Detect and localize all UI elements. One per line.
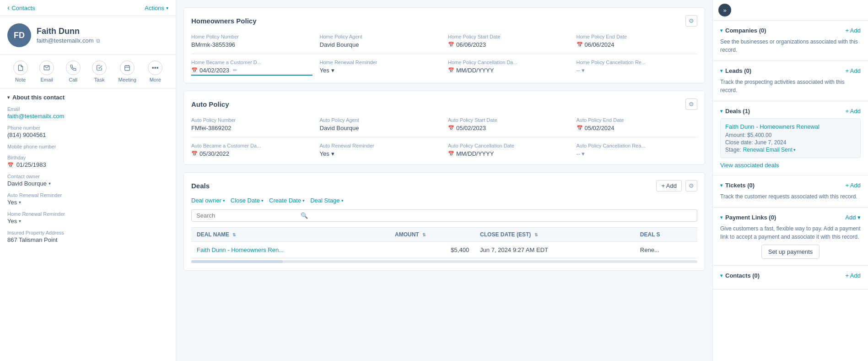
meeting-button[interactable]: Meeting <box>119 60 136 82</box>
payment-links-add-link[interactable]: Add ▾ <box>845 214 861 221</box>
deal-right-card: Faith Dunn - Homeowners Renewal Amount: … <box>720 118 861 158</box>
contact-owner-field: Contact owner David Bourque ▾ <box>7 174 168 187</box>
deals-search-input[interactable] <box>196 212 297 219</box>
create-date-filter[interactable]: Create Date <box>269 197 305 204</box>
task-label: Task <box>94 77 105 82</box>
contact-owner-dropdown-icon[interactable]: ▾ <box>49 181 51 186</box>
auto-became-customer-label: Auto Became a Customer Da... <box>191 143 313 148</box>
note-button[interactable]: Note <box>13 60 28 82</box>
col-amount[interactable]: AMOUNT ⇅ <box>389 228 474 242</box>
avatar: FD <box>7 23 31 47</box>
table-row: Faith Dunn - Homeowners Ren... $5,400 Ju… <box>191 242 697 258</box>
deals-title-controls: + Add ⚙ <box>656 180 697 191</box>
task-icon <box>92 60 107 75</box>
home-renewal-dropdown-icon[interactable]: ▾ <box>19 219 21 224</box>
email-button[interactable]: Email <box>39 60 54 82</box>
home-policy-end-value: 📅 06/06/2024 <box>577 41 698 48</box>
home-renewal-field: Home Renewal Reminder Yes ▾ <box>7 211 168 224</box>
deal-right-card-name[interactable]: Faith Dunn - Homeowners Renewal <box>725 123 856 130</box>
auto-cancel-reason-dropdown-icon[interactable]: ▾ <box>582 150 585 157</box>
companies-add-link[interactable]: + Add <box>845 27 861 34</box>
companies-chevron-icon: ▾ <box>720 28 722 33</box>
more-button[interactable]: ••• More <box>148 60 162 82</box>
col-deal-name[interactable]: DEAL NAME ⇅ <box>191 228 389 242</box>
auto-became-calendar-icon: 📅 <box>191 151 198 157</box>
home-policy-start-value: 📅 06/06/2023 <box>448 41 569 48</box>
table-scroll-thumb[interactable] <box>191 260 283 263</box>
actions-button[interactable]: Actions <box>145 5 168 11</box>
home-cancel-reason-dropdown-icon[interactable]: ▾ <box>582 67 585 74</box>
expand-panel-button[interactable]: » <box>718 4 731 16</box>
homeowners-divider <box>191 54 697 54</box>
payment-links-section-title[interactable]: ▾ Payment Links (0) <box>720 214 776 221</box>
deal-stage-filter[interactable]: Deal Stage <box>310 197 343 204</box>
copy-email-icon[interactable]: ⧉ <box>96 38 100 44</box>
contact-owner-value[interactable]: David Bourque ▾ <box>7 180 168 187</box>
deals-gear-button[interactable]: ⚙ <box>685 180 697 191</box>
setup-payments-button[interactable]: Set up payments <box>761 245 820 259</box>
auto-renewal-dropdown-icon[interactable]: ▾ <box>19 200 21 205</box>
contacts-chevron-icon: ▾ <box>720 273 722 278</box>
deal-row-amount: $5,400 <box>389 242 474 258</box>
insured-address-label: Insured Property Address <box>7 230 168 235</box>
deals-table-wrapper: DEAL NAME ⇅ AMOUNT ⇅ CLOSE DATE (EST) ⇅ <box>191 227 697 263</box>
auto-cancellation-date-value[interactable]: 📅 MM/DD/YYYY <box>448 150 569 157</box>
home-renewal-label: Home Renewal Reminder <box>7 211 168 217</box>
auto-cancellation-date-field: Auto Policy Cancellation Date 📅 MM/DD/YY… <box>448 143 569 157</box>
auto-gear-button[interactable]: ⚙ <box>685 98 697 110</box>
home-became-customer-value[interactable]: 📅 04/02/2023 ✏ <box>191 67 313 76</box>
home-renewal-dropdown-icon[interactable]: ▾ <box>331 67 334 74</box>
meeting-label: Meeting <box>119 77 136 82</box>
auto-policy-end-field: Auto Policy End Date 📅 05/02/2024 <box>577 117 698 131</box>
tickets-section-title[interactable]: ▾ Tickets (0) <box>720 182 755 189</box>
insured-address-field: Insured Property Address 867 Talisman Po… <box>7 230 168 243</box>
auto-end-calendar-icon: 📅 <box>577 125 583 131</box>
auto-fields-row2: Auto Became a Customer Da... 📅 05/30/202… <box>191 143 697 157</box>
auto-renewal-dropdown-icon[interactable]: ▾ <box>331 150 334 157</box>
deal-owner-filter[interactable]: Deal owner <box>191 197 225 204</box>
deals-add-link[interactable]: + Add <box>845 108 861 115</box>
task-button[interactable]: Task <box>92 60 107 82</box>
auto-cancellation-reason-value[interactable]: -- ▾ <box>577 150 698 157</box>
deals-add-button[interactable]: + Add <box>656 180 682 191</box>
home-renewal-value[interactable]: Yes ▾ <box>7 218 168 224</box>
deal-row-name[interactable]: Faith Dunn - Homeowners Ren... <box>191 242 389 258</box>
back-to-contacts[interactable]: Contacts <box>7 4 35 12</box>
birthday-calendar-icon: 📅 <box>7 162 14 168</box>
home-policy-agent-value: David Bourque <box>320 41 441 48</box>
contacts-right-section-title[interactable]: ▾ Contacts (0) <box>720 272 760 279</box>
home-renewal-reminder-value[interactable]: Yes ▾ <box>320 67 441 74</box>
leads-chevron-icon: ▾ <box>720 68 722 73</box>
leads-section-title[interactable]: ▾ Leads (0) <box>720 67 751 74</box>
leads-add-link[interactable]: + Add <box>845 67 861 74</box>
email-field-value[interactable]: faith@testemailx.com <box>7 113 168 120</box>
deal-right-card-amount: Amount: $5,400.00 <box>725 132 856 138</box>
deal-row-stage: Rene... <box>635 242 697 258</box>
tickets-add-link[interactable]: + Add <box>845 182 861 189</box>
homeowners-gear-button[interactable]: ⚙ <box>685 15 697 27</box>
stage-value[interactable]: Renewal Email Sent <box>743 147 796 153</box>
col-close-date[interactable]: CLOSE DATE (EST) ⇅ <box>474 228 635 242</box>
left-panel: Contacts Actions FD Faith Dunn faith@tes… <box>0 0 176 361</box>
col-deal-stage[interactable]: DEAL S <box>635 228 697 242</box>
deals-search-box[interactable]: 🔍 <box>191 209 697 222</box>
call-button[interactable]: Call <box>66 60 81 82</box>
table-scroll-track[interactable] <box>191 260 697 263</box>
close-date-filter[interactable]: Close Date <box>231 197 264 204</box>
payment-links-section: ▾ Payment Links (0) Add ▾ Give customers… <box>713 208 868 266</box>
home-became-edit-icon[interactable]: ✏ <box>233 67 237 73</box>
deals-right-section-title[interactable]: ▾ Deals (1) <box>720 108 750 115</box>
home-cancellation-date-value[interactable]: 📅 MM/DD/YYYY <box>448 67 569 74</box>
companies-section-title[interactable]: ▾ Companies (0) <box>720 27 766 34</box>
deals-search-icon: 🔍 <box>301 212 308 219</box>
auto-renewal-reminder-value[interactable]: Yes ▾ <box>320 150 441 157</box>
home-cancellation-reason-value[interactable]: -- ▾ <box>577 67 698 74</box>
auto-renewal-value[interactable]: Yes ▾ <box>7 199 168 206</box>
home-became-calendar-icon: 📅 <box>191 67 198 73</box>
about-section-header[interactable]: ▾ About this contact <box>7 94 168 101</box>
view-associated-deals-link[interactable]: View associated deals <box>720 162 861 169</box>
stage-label: Stage: <box>725 147 741 153</box>
about-section-title: About this contact <box>12 94 65 101</box>
deals-card-title: Deals + Add ⚙ <box>191 180 697 191</box>
contacts-add-link[interactable]: + Add <box>845 272 861 279</box>
